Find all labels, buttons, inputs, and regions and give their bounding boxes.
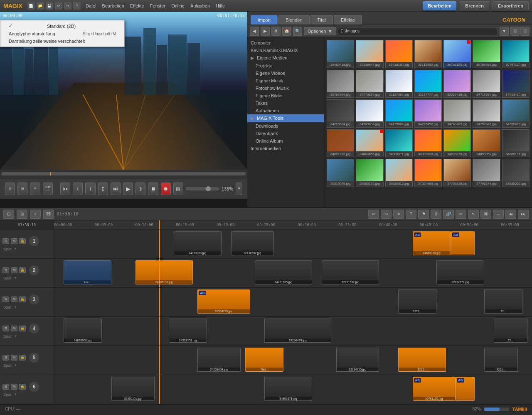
zoom-dropdown-button[interactable]: ▼	[236, 183, 242, 195]
tab-import[interactable]: Import	[251, 15, 278, 25]
track-m-button-1[interactable]: M	[11, 238, 17, 244]
track-expand-3[interactable]: ▼	[14, 305, 17, 309]
file-thumb-25[interactable]: 34839070.jpg	[443, 129, 471, 158]
track-content-2[interactable]: Har...24285138.jpg24261185.jpg32271532.j…	[54, 259, 532, 287]
view-mode-button[interactable]: ⊞	[5, 183, 15, 195]
zoom-bar[interactable]	[186, 187, 219, 190]
file-thumb-13[interactable]: 34713420.jpg	[502, 70, 530, 98]
tab-effekte[interactable]: Effekte	[334, 15, 362, 25]
clip-4-3[interactable]: 3222...	[398, 348, 446, 372]
clip-5-0[interactable]: 3659517s.jpg	[111, 377, 155, 401]
marker-tool-button[interactable]: ⚑	[418, 210, 429, 219]
bearbeiten-button[interactable]: Bearbeiten	[423, 1, 456, 10]
menu-online[interactable]: Online	[171, 3, 185, 8]
link-tool-button[interactable]: 🔗	[443, 210, 454, 219]
dropdown-anaglyphen[interactable]: Anaglyphendarstellung Strg+Umschalt+M	[0, 30, 124, 37]
razor-tool-button[interactable]: ⌘	[480, 210, 491, 219]
tree-item-12[interactable]: Datenbank	[247, 130, 324, 137]
nav-up-button[interactable]: ⬆	[271, 27, 281, 36]
save-icon[interactable]: 💾	[46, 2, 53, 10]
prev-marker-button[interactable]: ⟪	[98, 183, 108, 195]
grid-view-button[interactable]: ⊟	[17, 183, 27, 195]
snap-mode-button[interactable]: ⊡	[3, 210, 14, 219]
clip-4-1[interactable]: Titel...	[245, 348, 283, 372]
clip-2-2[interactable]: 32...	[484, 289, 522, 314]
grid-small-button[interactable]: ⊟	[520, 27, 530, 36]
tree-item-0[interactable]: Computer	[247, 39, 324, 47]
frame-back-button[interactable]: ⟨	[73, 183, 83, 195]
film-mode-button[interactable]: 🎞	[43, 210, 54, 219]
track-content-4[interactable]: 34838300.jpg24233253.jpg24296439.jpg32..…	[54, 317, 532, 346]
file-thumb-4[interactable]: 30761150.jpg	[443, 40, 471, 68]
delete-tool-button[interactable]: ✕	[393, 210, 404, 219]
track-s-button-3[interactable]: S	[2, 296, 9, 302]
tree-item-1[interactable]: Kevin.Kaminski.MAGIX	[247, 47, 324, 54]
tree-item-6[interactable]: Fotoshow-Musik	[247, 84, 324, 92]
file-thumb-6[interactable]: 30767120.jpg	[502, 40, 530, 68]
track-s-button-5[interactable]: S	[2, 355, 9, 361]
clip-1-4[interactable]: 32137777.jpg	[436, 260, 484, 284]
file-thumb-7[interactable]: 30767864.jpg	[327, 70, 354, 98]
track-content-5[interactable]: 24259809.jpgTitel...32334725.jpg3222...3…	[54, 346, 532, 375]
prev-track-button[interactable]: ⏮	[505, 210, 516, 219]
file-thumb-26[interactable]: 34853350.jpg	[473, 129, 500, 158]
file-thumb-11[interactable]: 32229418.jpg	[443, 70, 471, 98]
track-content-6[interactable]: 3659517s.jpg34806371.jpgAB30761150.jpgAB	[54, 375, 532, 404]
select-tool-button[interactable]: ↖	[468, 210, 479, 219]
track-lock-button-5[interactable]: 🔒	[19, 355, 26, 361]
tree-item-9[interactable]: Aufnahmen	[247, 107, 324, 114]
track-lock-button-4[interactable]: 🔒	[19, 326, 26, 331]
options-dropdown[interactable]: Optionen ▼	[304, 27, 336, 35]
clip-0-0[interactable]: 34853350.jpg	[174, 231, 222, 255]
file-thumb-9[interactable]: 32137392.jpg	[385, 70, 413, 98]
file-thumb-23[interactable]: 34806371.jpg	[385, 129, 413, 158]
clip-0-1[interactable]: 32138602.jpg	[231, 231, 274, 255]
clip-3-3[interactable]: 32...	[494, 319, 527, 343]
track-m-button-2[interactable]: M	[11, 267, 17, 273]
file-thumb-16[interactable]: 34735604.jpg	[385, 99, 413, 128]
file-thumb-1[interactable]: 30539844.jpg	[356, 40, 383, 68]
file-thumb-21[interactable]: 34801938.jpg	[327, 129, 354, 158]
exportieren-button[interactable]: Exportieren	[493, 1, 529, 10]
file-thumb-34[interactable]: 37835052.jpg	[502, 159, 530, 187]
nav-back-button[interactable]: ◀	[250, 27, 259, 36]
new-icon[interactable]: 📄	[27, 2, 35, 10]
frame-fwd-button[interactable]: ⟩	[85, 183, 95, 195]
tree-item-14[interactable]: Internetmedien	[247, 145, 324, 152]
clip-4-0[interactable]: 24259809.jpg	[197, 348, 241, 372]
clip-1-2[interactable]: 24261185.jpg	[255, 260, 312, 284]
record-button[interactable]: ⏺	[161, 183, 171, 195]
menu-fenster[interactable]: Fenster	[150, 3, 165, 8]
go-end-button[interactable]: ⏭	[111, 183, 121, 195]
track-lock-button-1[interactable]: 🔒	[19, 238, 26, 244]
track-m-button-5[interactable]: M	[11, 355, 17, 361]
track-m-button-3[interactable]: M	[11, 296, 17, 302]
nav-fwd-button[interactable]: ▶	[261, 27, 270, 36]
track-content-3[interactable]: AB32334725.jpg3222...32...	[54, 288, 532, 316]
clip-1-0[interactable]: Har...	[64, 260, 111, 284]
clip-0-2[interactable]: AB24649313.jpg	[413, 231, 451, 255]
open-icon[interactable]: 📁	[37, 2, 44, 10]
nav-home-button[interactable]: 🏠	[282, 27, 291, 36]
undo-tool-button[interactable]: ↩	[368, 210, 379, 219]
dropdown-standard-2d[interactable]: Standard (2D)	[0, 22, 124, 30]
tree-item-5[interactable]: Eigene Musik	[247, 77, 324, 84]
redo-tool-button[interactable]: ↪	[381, 210, 392, 219]
track-content-1[interactable]: 34853350.jpg32138602.jpgAB24649313.jpgAB	[54, 230, 532, 258]
zoom-handle[interactable]	[206, 186, 211, 191]
file-thumb-19[interactable]: 34797846.jpg	[473, 99, 500, 128]
track-s-button-6[interactable]: S	[2, 384, 9, 390]
track-lock-button-3[interactable]: 🔒	[19, 296, 26, 302]
menu-datei[interactable]: Datei	[86, 3, 96, 8]
mini-timeline-bar[interactable]	[2, 172, 246, 175]
tree-item-11[interactable]: Downloads	[247, 122, 324, 130]
track-s-button-1[interactable]: S	[2, 238, 9, 244]
clip-0-3[interactable]: AB	[451, 231, 475, 255]
file-thumb-12[interactable]: 34713080.jpg	[473, 70, 500, 98]
file-thumb-20[interactable]: 34799970.jpg	[502, 99, 530, 128]
redo-icon[interactable]: ↪	[64, 2, 71, 10]
tab-titel[interactable]: Titel	[310, 15, 333, 25]
track-lock-button-2[interactable]: 🔒	[19, 267, 26, 273]
track-s-button-2[interactable]: S	[2, 267, 9, 273]
brennen-button[interactable]: Brennen	[460, 1, 489, 10]
